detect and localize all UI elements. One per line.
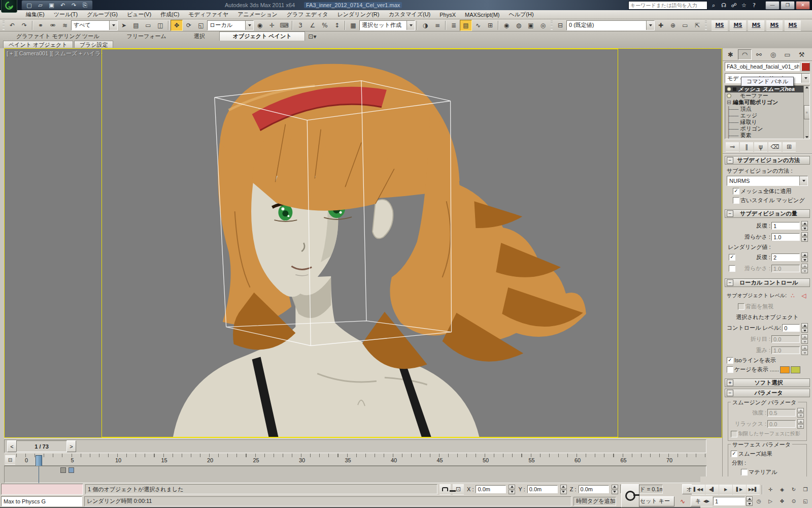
selection-filter-dropdown[interactable]: すべて xyxy=(71,20,118,30)
set-key-mode-toggle[interactable] xyxy=(621,484,639,507)
field-of-view-icon[interactable]: ◈ xyxy=(776,484,788,495)
scroll-down-icon[interactable] xyxy=(805,136,808,138)
minimize-button[interactable]: — xyxy=(765,1,780,10)
relax-spinner[interactable] xyxy=(797,419,804,429)
stack-subobject-item[interactable]: ├──要素 xyxy=(725,132,809,139)
maximize-viewport-icon[interactable]: ❐ xyxy=(800,484,811,495)
stack-subobject-item[interactable]: ├──エッジ xyxy=(725,112,809,119)
collapse-icon[interactable]: − xyxy=(727,157,733,164)
configure-modifier-sets-icon[interactable]: ⊞ xyxy=(783,142,796,152)
open-mini-curve-editor-icon[interactable]: ⊟ xyxy=(5,455,15,465)
smooth-result-checkbox[interactable] xyxy=(731,451,737,457)
min-max-toggle-icon[interactable]: ◱ xyxy=(800,496,811,506)
iterations-spinner[interactable] xyxy=(801,221,808,231)
weight-field[interactable]: 1.0 xyxy=(771,346,800,354)
smoothness-field[interactable]: 1.0 xyxy=(771,233,800,241)
select-by-name-icon[interactable]: ▤ xyxy=(130,20,142,31)
track-bar[interactable] xyxy=(4,466,706,483)
tab-object-paint[interactable]: オブジェクト ペイント xyxy=(219,31,306,41)
menu-item[interactable]: グラフ エディタ xyxy=(282,11,333,19)
scroll-up-icon[interactable] xyxy=(805,86,808,88)
percent-snap-icon[interactable]: % xyxy=(319,20,331,31)
named-selection-dropdown[interactable]: 選択セット作成 xyxy=(359,20,415,30)
maxscript-button[interactable]: MS xyxy=(766,20,783,31)
named-selection-sets-icon[interactable]: ▦ xyxy=(347,20,359,31)
go-to-start-icon[interactable]: ▌◀◀ xyxy=(692,484,705,495)
maxscript-button[interactable]: MS xyxy=(712,20,728,31)
ribbon-minimize-toggle-icon[interactable]: ⊡▾ xyxy=(306,33,318,41)
tab-selection[interactable]: 選択 xyxy=(181,32,218,41)
render-setup-icon[interactable]: ◍ xyxy=(513,20,525,31)
vertex-subobject-icon[interactable]: ∴ xyxy=(789,290,797,301)
menu-item[interactable]: アニメーション xyxy=(233,11,282,19)
apply-to-whole-mesh-checkbox[interactable] xyxy=(733,188,739,195)
rollout-header[interactable]: − パラメータ xyxy=(725,389,810,397)
schematic-view-icon[interactable]: ⊞ xyxy=(484,20,496,31)
select-object-icon[interactable]: ➤ xyxy=(118,20,130,31)
stack-scrollbar[interactable]: ≡ xyxy=(803,86,809,139)
select-and-move-icon[interactable]: ✥ xyxy=(171,20,183,31)
toolbar-grip[interactable] xyxy=(551,21,553,30)
toolbar-grip[interactable] xyxy=(3,21,5,30)
weight-spinner[interactable] xyxy=(801,345,808,355)
graphite-ribbon-toggle-icon[interactable]: ▤ xyxy=(460,20,472,31)
hierarchy-tab-icon[interactable]: ⚯ xyxy=(752,49,766,60)
old-style-mapping-checkbox[interactable] xyxy=(733,197,739,204)
stack-item-editable-poly[interactable]: ⊟ 編集可能ポリゴン xyxy=(725,99,809,106)
menu-item[interactable]: グループ(G) xyxy=(82,11,122,19)
key-mode-toggle-icon[interactable]: ◀▶ xyxy=(700,496,713,506)
z-coordinate-field[interactable]: 0.0m xyxy=(579,485,609,493)
next-frame-arrow[interactable]: > xyxy=(67,441,76,452)
modifier-bulb-icon[interactable] xyxy=(727,93,731,98)
pin-stack-icon[interactable]: ⊸ xyxy=(726,142,739,152)
time-slider-playhead[interactable] xyxy=(36,455,42,466)
menu-item[interactable]: PhysX xyxy=(435,11,460,19)
help-icon[interactable]: ? xyxy=(749,1,759,10)
menu-item[interactable]: ツール(T) xyxy=(49,11,83,19)
relax-field[interactable]: 0.0 xyxy=(767,420,796,428)
menu-item[interactable]: カスタマイズ(U) xyxy=(384,11,435,19)
rendered-frame-icon[interactable]: ▣ xyxy=(525,20,537,31)
motion-tab-icon[interactable]: ◎ xyxy=(766,49,780,60)
material-editor-icon[interactable]: ◉ xyxy=(500,20,513,31)
time-slider[interactable]: < 1 / 73 > xyxy=(4,439,706,453)
key-cur ve-icon[interactable]: ∿ xyxy=(676,496,689,507)
control-level-field[interactable]: 0 xyxy=(782,324,800,332)
save-file-icon[interactable]: ▣ xyxy=(46,1,57,10)
window-crossing-icon[interactable]: ◫ xyxy=(154,20,166,31)
stack-subobject-item[interactable]: ├──頂点 xyxy=(725,106,809,112)
time-slider-handle[interactable]: < 1 / 73 > xyxy=(7,440,76,452)
redo-icon[interactable]: ↷ xyxy=(69,1,79,10)
menu-item[interactable]: モディファイヤ xyxy=(184,11,233,19)
cage-color-swatch-2[interactable] xyxy=(791,366,800,373)
restore-button[interactable]: ❐ xyxy=(781,1,795,10)
display-tab-icon[interactable]: ▭ xyxy=(781,49,794,60)
stack-subobject-item[interactable]: ├──縁取り xyxy=(725,119,809,125)
collapse-icon[interactable]: − xyxy=(727,210,733,217)
utilities-tab-icon[interactable]: ⚒ xyxy=(795,49,808,60)
z-spinner[interactable] xyxy=(612,485,618,494)
x-spinner[interactable] xyxy=(509,485,515,494)
animation-key[interactable] xyxy=(69,467,74,473)
subscription-icon[interactable]: ☍ xyxy=(729,1,739,10)
redo-icon[interactable]: ↷ xyxy=(18,20,30,31)
crease-spinner[interactable] xyxy=(801,334,808,344)
project-folder-icon[interactable]: ⎘ xyxy=(80,1,90,10)
undo-icon[interactable]: ↶ xyxy=(6,20,18,31)
search-icon[interactable]: ⌕ xyxy=(708,1,719,10)
display-isoline-checkbox[interactable] xyxy=(727,357,733,364)
keyboard-override-icon[interactable]: ⌨ xyxy=(278,20,290,31)
object-name-field[interactable]: FA3_obj_head_facial_v01_sh xyxy=(725,62,800,71)
layer-explorer-icon[interactable]: ≣ xyxy=(448,20,460,31)
rollout-header[interactable]: − サブディビジョンの方法 xyxy=(725,156,810,165)
make-unique-icon[interactable]: ψ xyxy=(754,142,767,152)
track-bar-ruler[interactable]: ⊟ 0510152025303540455055606570 xyxy=(4,454,706,466)
object-color-swatch[interactable] xyxy=(801,62,810,71)
collapse-icon[interactable]: − xyxy=(727,279,733,286)
y-spinner[interactable] xyxy=(560,485,567,494)
align-icon[interactable]: ≡ xyxy=(431,20,444,31)
search-input[interactable] xyxy=(628,1,707,10)
x-coordinate-field[interactable]: 0.0m xyxy=(476,485,506,493)
truck-camera-icon[interactable]: ⊙ xyxy=(788,496,799,506)
ignore-backfacing-checkbox[interactable] xyxy=(738,303,745,310)
